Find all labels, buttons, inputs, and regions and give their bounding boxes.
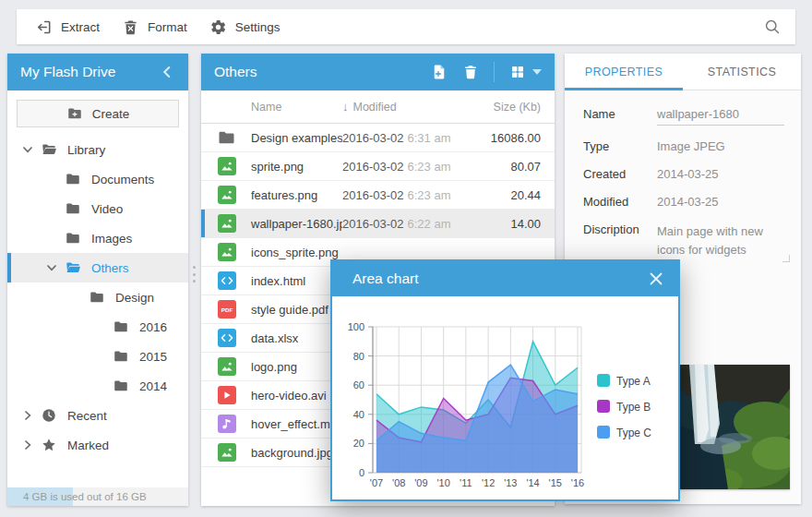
name-field[interactable]: wallpaper-1680	[657, 107, 784, 126]
property-modified: Modified2014-03-25	[583, 195, 801, 209]
toolbar: Extract Format Settings	[17, 9, 795, 44]
chevron-right-icon[interactable]	[20, 438, 35, 452]
chevron-down-icon[interactable]	[44, 260, 59, 275]
chevron-down-icon[interactable]	[20, 142, 35, 157]
add-file-icon[interactable]	[431, 64, 448, 80]
sidebar-item-label: 2015	[139, 350, 167, 364]
file-row-design-examples[interactable]: Design examples2016-03-026:31 am16086.00	[201, 124, 555, 152]
format-label: Format	[148, 20, 187, 34]
file-name: sprite.png	[251, 160, 342, 174]
sidebar-item-marked[interactable]: Marked	[7, 430, 188, 460]
modified-time: 6:22 am	[408, 217, 451, 231]
sidebar-item-label: Design	[115, 291, 154, 305]
modified-date: 2016-03-02	[342, 160, 404, 174]
app: Extract Format Settings My Flash Drive C…	[0, 0, 812, 517]
sidebar-item-design[interactable]: Design	[7, 283, 188, 312]
file-row-wallpaper-1680-jpg[interactable]: wallpaper-1680.jpg2016-03-026:22 am14.00	[201, 210, 555, 238]
sidebar-item-others[interactable]: Others	[7, 253, 188, 283]
sidebar-item-label: 2016	[139, 320, 167, 334]
sidebar-item-label: Marked	[67, 439, 109, 452]
delete-icon[interactable]	[462, 64, 479, 80]
sidebar-item-label: 2014	[139, 379, 167, 393]
area-chart: 020406080100'07'08'09'10'11'12'13'14'15'…	[332, 296, 678, 499]
svg-text:Type A: Type A	[616, 375, 651, 388]
image-file-icon	[218, 443, 236, 462]
music-file-icon	[218, 415, 236, 433]
textarea-resize-handle[interactable]	[782, 255, 790, 262]
property-created: Created2014-03-25	[583, 167, 801, 181]
settings-button[interactable]: Settings	[198, 9, 292, 44]
create-button[interactable]: Create	[17, 100, 179, 127]
file-name: style guide.pdf	[251, 303, 342, 317]
close-icon[interactable]	[647, 270, 665, 288]
sidebar-item-documents[interactable]: Documents	[7, 164, 188, 194]
property-value: Image JPEG	[657, 139, 784, 153]
chevron-spacer	[92, 349, 107, 364]
view-mode-button[interactable]	[509, 64, 542, 80]
folder-icon	[65, 230, 81, 246]
chevron-spacer	[44, 172, 59, 186]
file-name: hover_effect.mp3	[251, 417, 342, 431]
tab-properties[interactable]: PROPERTIES	[565, 54, 683, 90]
file-name: wallpaper-1680.jpg	[251, 217, 342, 231]
svg-text:'09: '09	[414, 477, 427, 488]
sidebar-item-library[interactable]: Library	[7, 135, 188, 164]
settings-icon	[209, 18, 227, 36]
column-name[interactable]: Name	[201, 101, 342, 114]
storage-text: 4 GB is used out of 16 GB	[7, 487, 188, 506]
sidebar-item-recent[interactable]: Recent	[7, 401, 188, 430]
folder-plus-icon	[66, 105, 83, 122]
file-name: logo.png	[251, 360, 342, 374]
folder-icon	[113, 378, 129, 394]
sort-desc-icon: ↓	[342, 100, 349, 114]
svg-text:PDF: PDF	[221, 307, 233, 313]
file-row-features-png[interactable]: features.png2016-03-026:23 am20.44	[201, 181, 555, 210]
file-row-sprite-png[interactable]: sprite.png2016-03-026:23 am80.07	[201, 152, 555, 181]
sidebar-item-2016[interactable]: 2016	[7, 312, 188, 342]
header-separator	[494, 62, 495, 82]
column-headers: Name ↓ Modified Size (Kb)	[201, 90, 555, 124]
file-size: 16086.00	[483, 131, 555, 145]
sidebar-item-2014[interactable]: 2014	[7, 371, 188, 401]
folder-icon	[65, 200, 81, 217]
svg-text:40: 40	[353, 409, 364, 420]
extract-label: Extract	[61, 20, 100, 34]
image-file-icon	[218, 186, 236, 204]
selected-indicator	[7, 253, 11, 283]
folder-file-icon	[218, 128, 236, 147]
file-name: data.xlsx	[251, 331, 342, 345]
image-file-icon	[218, 357, 236, 376]
svg-text:'11: '11	[460, 477, 472, 488]
folder-open-icon	[65, 259, 81, 276]
svg-text:60: 60	[353, 379, 364, 391]
sidebar-item-2015[interactable]: 2015	[7, 342, 188, 371]
svg-text:'13: '13	[504, 477, 517, 488]
sidebar-item-images[interactable]: Images	[7, 223, 188, 253]
sidebar-item-video[interactable]: Video	[7, 194, 188, 223]
clock-icon	[41, 407, 57, 424]
chevron-right-icon[interactable]	[20, 408, 35, 423]
panel-resize-handle[interactable]	[191, 266, 197, 283]
search-icon[interactable]	[755, 9, 790, 44]
svg-text:80: 80	[353, 351, 364, 362]
property-type: TypeImage JPEG	[583, 139, 801, 153]
format-button[interactable]: Format	[111, 9, 198, 44]
svg-text:'16: '16	[571, 477, 584, 488]
folder-tree: LibraryDocumentsVideoImagesOthersDesign2…	[7, 135, 188, 460]
description-field[interactable]: Main page with new icons for widgets	[657, 222, 784, 259]
column-size[interactable]: Size (Kb)	[483, 101, 555, 114]
details-tabs: PROPERTIES STATISTICS	[565, 54, 801, 90]
column-modified[interactable]: ↓ Modified	[342, 100, 483, 114]
tab-statistics[interactable]: STATISTICS	[683, 54, 801, 90]
sidebar-title: My Flash Drive	[20, 64, 115, 80]
file-name: features.png	[251, 188, 342, 202]
folder-icon	[89, 289, 105, 306]
collapse-sidebar-icon[interactable]	[159, 64, 175, 80]
property-label: Discription	[583, 222, 657, 259]
sidebar-item-label: Documents	[91, 173, 154, 186]
extract-button[interactable]: Extract	[24, 9, 111, 44]
file-name: hero-video.avi	[251, 389, 342, 403]
file-panel-title: Others	[214, 64, 257, 80]
svg-text:Type C: Type C	[616, 427, 651, 439]
dialog-header: Area chart	[332, 261, 678, 296]
